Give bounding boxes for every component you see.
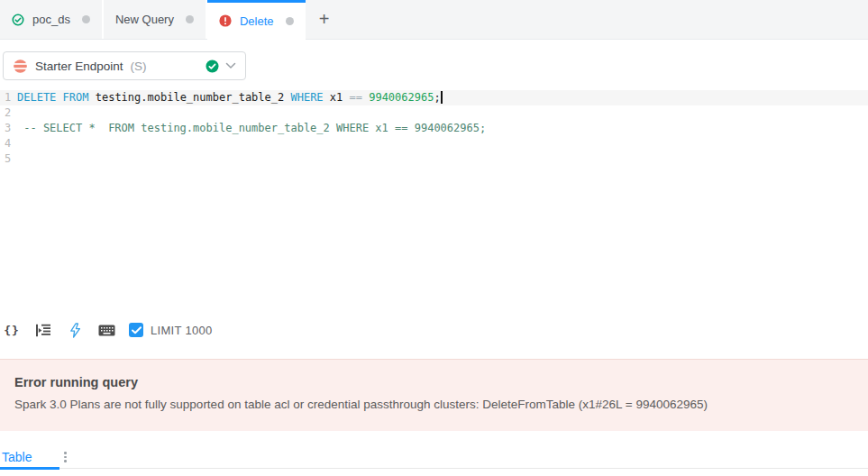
code-line[interactable]: 1DELETE FROM testing.mobile_number_table…	[0, 90, 868, 105]
endpoint-status-icon	[206, 60, 219, 73]
endpoint-row: Starter Endpoint (S)	[0, 40, 868, 80]
endpoint-selector[interactable]: Starter Endpoint (S)	[3, 51, 246, 80]
tab-poc-ds[interactable]: poc_ds	[0, 0, 104, 39]
code-line[interactable]: 2	[0, 105, 868, 121]
format-indent-button[interactable]	[34, 319, 52, 341]
tab-new-query[interactable]: New Query	[104, 0, 207, 39]
line-number: 5	[0, 151, 17, 167]
new-tab-button[interactable]: +	[306, 0, 343, 39]
error-panel: Error running query Spark 3.0 Plans are …	[0, 359, 868, 431]
kebab-menu-icon[interactable]	[62, 450, 69, 464]
keyboard-icon	[98, 325, 115, 336]
tab-label: Delete	[240, 14, 274, 28]
lightning-bolt-icon	[69, 323, 81, 338]
braces-icon: {}	[4, 324, 20, 337]
chevron-down-icon[interactable]	[225, 62, 236, 69]
tab-label: New Query	[115, 13, 174, 26]
endpoint-size: (S)	[131, 60, 147, 73]
error-title: Error running query	[14, 375, 854, 389]
results-tabbar: Table	[0, 446, 868, 469]
line-number: 4	[0, 136, 17, 151]
check-icon	[132, 326, 142, 334]
text-cursor	[441, 91, 443, 104]
line-number: 1	[0, 90, 17, 105]
limit-checkbox[interactable]	[129, 323, 143, 337]
error-circle-icon	[219, 14, 232, 27]
tab-dirty-dot	[82, 15, 90, 23]
limit-label: LIMIT 1000	[151, 324, 213, 337]
line-number: 2	[0, 105, 17, 121]
editor-toolbar: {}	[0, 317, 868, 343]
sql-editor-app: poc_ds New Query Delete +	[0, 0, 868, 469]
keyboard-shortcuts-button[interactable]	[97, 319, 115, 341]
line-number: 3	[0, 121, 17, 136]
indent-icon	[35, 324, 51, 337]
code-line[interactable]: 3 -- SELECT * FROM testing.mobile_number…	[0, 121, 868, 136]
tab-label: poc_ds	[32, 13, 70, 26]
tab-dirty-dot	[286, 17, 294, 25]
results-tab-table[interactable]: Table	[2, 450, 32, 464]
code-line[interactable]: 4	[0, 136, 868, 151]
format-braces-button[interactable]: {}	[3, 319, 21, 341]
tab-dirty-dot	[186, 15, 194, 23]
tab-delete[interactable]: Delete	[207, 0, 306, 39]
active-tab-underline	[0, 467, 59, 470]
query-tabbar: poc_ds New Query Delete +	[0, 0, 868, 40]
sql-code-editor[interactable]: 1DELETE FROM testing.mobile_number_table…	[0, 90, 868, 317]
success-circle-icon	[12, 14, 24, 26]
error-message: Spark 3.0 Plans are not fully supported …	[14, 398, 854, 411]
endpoint-name: Starter Endpoint	[35, 60, 123, 73]
run-query-button[interactable]	[66, 319, 84, 341]
code-line[interactable]: 5	[0, 151, 868, 167]
endpoint-icon	[13, 59, 28, 74]
